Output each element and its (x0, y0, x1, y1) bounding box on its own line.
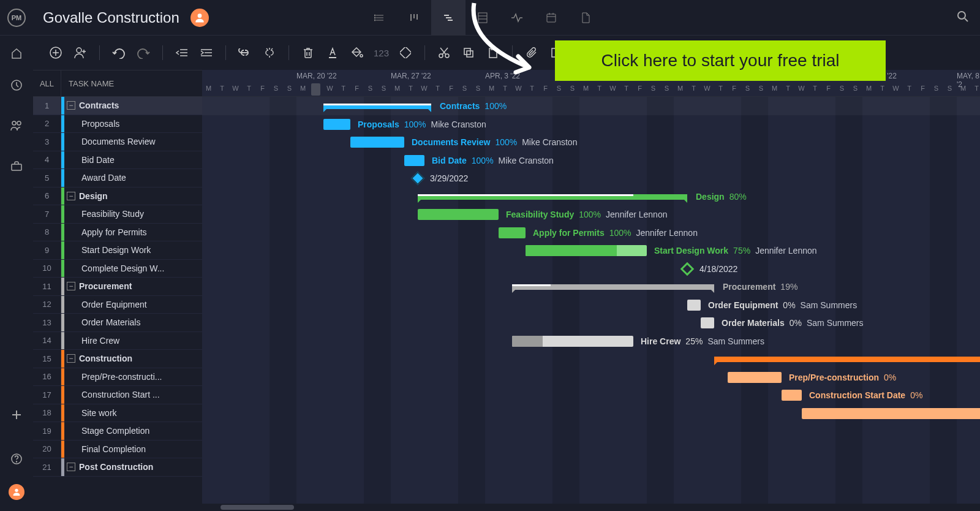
gantt-row[interactable] (202, 458, 980, 477)
toolbar-number-label[interactable]: 123 (374, 48, 389, 58)
task-row[interactable]: 17Construction Start ... (33, 386, 202, 404)
column-all[interactable]: ALL (33, 70, 61, 96)
view-list-icon[interactable] (363, 0, 397, 36)
gantt-timeline[interactable]: MAR, 20 '22MAR, 27 '22APR, 3 '22APR, 10 … (202, 70, 980, 511)
task-row[interactable]: 12Order Equipment (33, 296, 202, 314)
summary-bar[interactable] (714, 357, 980, 362)
task-row[interactable]: 13Order Materials (33, 314, 202, 332)
task-row[interactable]: 5Award Date (33, 169, 202, 187)
gantt-row[interactable]: Hire Crew 25%Sam Summers (202, 332, 980, 350)
milestone-icon[interactable] (680, 262, 695, 276)
scrollbar-thumb[interactable] (221, 505, 294, 510)
indent-icon[interactable] (198, 45, 214, 61)
collapse-icon[interactable]: − (67, 463, 75, 471)
view-sheet-icon[interactable] (466, 0, 500, 36)
gantt-row[interactable]: Apply for Permits 100%Jennifer Lennon (202, 224, 980, 242)
task-bar[interactable] (802, 408, 980, 419)
task-row[interactable]: 8Apply for Permits (33, 224, 202, 242)
view-gantt-icon[interactable] (431, 0, 466, 36)
task-bar[interactable] (499, 227, 526, 238)
gantt-row[interactable]: Construction Start Date 0% (202, 386, 980, 404)
view-activity-icon[interactable] (500, 0, 534, 36)
task-row[interactable]: 14Hire Crew (33, 332, 202, 350)
paste-icon[interactable] (485, 45, 501, 61)
gantt-row[interactable]: Order Materials 0%Sam Summers (202, 314, 980, 332)
copy-icon[interactable] (461, 45, 477, 61)
gantt-row[interactable]: Design 80% (202, 187, 980, 206)
add-task-icon[interactable] (48, 45, 64, 61)
fill-color-icon[interactable] (349, 45, 365, 61)
task-row[interactable]: 21−Post Construction (33, 458, 202, 477)
view-file-icon[interactable] (568, 0, 603, 36)
task-row[interactable]: 1−Contracts (33, 97, 202, 115)
task-bar[interactable] (782, 390, 802, 401)
priority-icon[interactable] (398, 45, 413, 61)
gantt-row[interactable]: Procurement 19% (202, 278, 980, 296)
unlink-icon[interactable] (262, 45, 277, 61)
task-bar[interactable] (418, 209, 499, 220)
task-row[interactable]: 16Prep/Pre-constructi... (33, 368, 202, 387)
team-icon[interactable] (10, 119, 23, 132)
task-row[interactable]: 19Stage Completion (33, 422, 202, 441)
view-board-icon[interactable] (397, 0, 431, 36)
gantt-row[interactable]: 4/18/2022 (202, 260, 980, 278)
task-row[interactable]: 10Complete Design W... (33, 260, 202, 278)
gantt-row[interactable]: Contracts 100% (202, 97, 980, 115)
task-bar[interactable] (323, 119, 350, 130)
task-bar[interactable] (687, 300, 701, 311)
gantt-row[interactable]: Documents Review 100%Mike Cranston (202, 133, 980, 151)
task-bar[interactable] (728, 372, 782, 383)
gantt-row[interactable]: Bid Date 100%Mike Cranston (202, 151, 980, 170)
user-avatar[interactable] (9, 484, 24, 500)
task-bar[interactable] (350, 137, 404, 148)
free-trial-cta[interactable]: Click here to start your free trial (555, 40, 886, 81)
task-row[interactable]: 20Final Completion (33, 441, 202, 459)
task-row[interactable]: 7Feasibility Study (33, 205, 202, 224)
pm-logo[interactable]: PM (7, 9, 26, 27)
task-row[interactable]: 6−Design (33, 187, 202, 206)
view-calendar-icon[interactable] (534, 0, 568, 36)
undo-icon[interactable] (111, 45, 127, 61)
gantt-row[interactable]: Proposals 100%Mike Cranston (202, 115, 980, 134)
column-task-name[interactable]: TASK NAME (61, 79, 114, 88)
gantt-row[interactable]: Start Design Work 75%Jennifer Lennon (202, 241, 980, 260)
gantt-row[interactable] (202, 441, 980, 459)
gantt-row[interactable]: Order Equipment 0%Sam Summers (202, 296, 980, 314)
collapse-icon[interactable]: − (67, 192, 75, 200)
add-icon[interactable] (10, 408, 23, 422)
home-icon[interactable] (10, 47, 23, 60)
task-row[interactable]: 15−Construction (33, 350, 202, 368)
link-icon[interactable] (237, 45, 253, 61)
outdent-icon[interactable] (174, 45, 190, 61)
collapse-icon[interactable]: − (67, 354, 75, 363)
task-row[interactable]: 2Proposals (33, 115, 202, 134)
redo-icon[interactable] (135, 45, 151, 61)
gantt-row[interactable]: Prep/Pre-construction 0% (202, 368, 980, 387)
task-bar[interactable] (701, 317, 714, 328)
task-row[interactable]: 9Start Design Work (33, 241, 202, 260)
gantt-row[interactable]: Feasibility Study 100%Jennifer Lennon (202, 205, 980, 224)
collapse-icon[interactable]: − (67, 282, 75, 290)
gantt-row[interactable] (202, 350, 980, 368)
gantt-row[interactable]: 3/29/2022 (202, 169, 980, 187)
task-bar[interactable] (404, 155, 424, 166)
briefcase-icon[interactable] (10, 159, 23, 173)
task-row[interactable]: 18Site work (33, 404, 202, 423)
text-color-icon[interactable] (325, 45, 341, 61)
horizontal-scrollbar[interactable] (202, 504, 980, 511)
attach-icon[interactable] (524, 45, 540, 61)
search-icon[interactable] (957, 10, 969, 25)
delete-icon[interactable] (300, 45, 316, 61)
recent-icon[interactable] (10, 78, 23, 92)
cut-icon[interactable] (436, 45, 452, 61)
help-icon[interactable] (10, 452, 23, 466)
task-row[interactable]: 4Bid Date (33, 151, 202, 170)
assign-icon[interactable] (72, 45, 88, 61)
gantt-row[interactable] (202, 422, 980, 441)
milestone-icon[interactable] (411, 172, 425, 186)
gantt-row[interactable] (202, 404, 980, 423)
task-row[interactable]: 3Documents Review (33, 133, 202, 151)
task-row[interactable]: 11−Procurement (33, 278, 202, 296)
project-avatar[interactable] (190, 9, 209, 27)
collapse-icon[interactable]: − (67, 101, 75, 110)
